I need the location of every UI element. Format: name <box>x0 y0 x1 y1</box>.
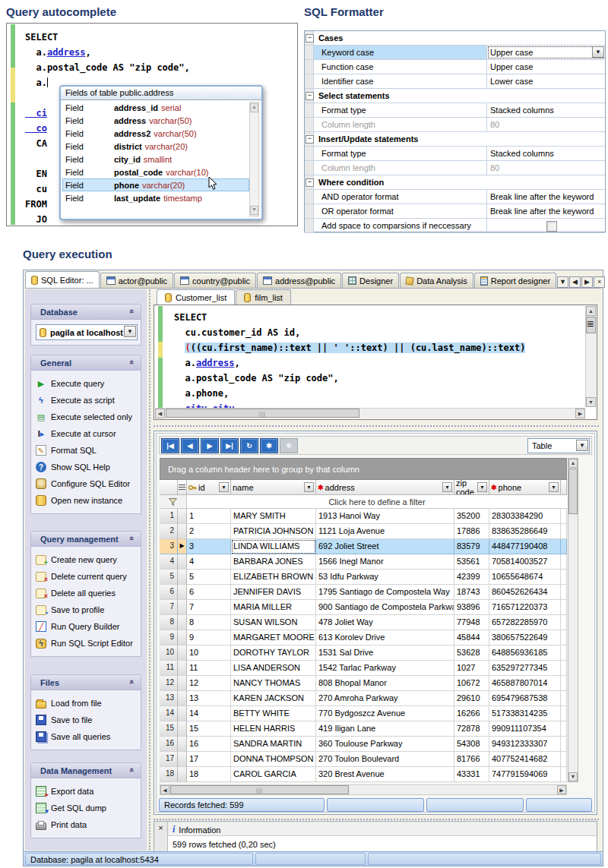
sidebar-item[interactable]: Create new query <box>36 551 138 568</box>
option-value[interactable]: Upper case ▼ <box>487 60 605 74</box>
main-tab[interactable]: SQL Editor: ... <box>25 271 100 288</box>
popup-field-row[interactable]: Field address_id serial <box>62 101 249 114</box>
cell-address[interactable]: 53 Idfu Parkway <box>316 570 454 585</box>
formatter-row[interactable]: Identifier case Lower case ▼ <box>305 74 605 89</box>
cell-name[interactable]: MARGARET MOORE <box>231 630 316 645</box>
option-value[interactable]: Break line after the keyword ▼ <box>487 204 605 218</box>
cell-zip[interactable]: 53561 <box>454 554 489 570</box>
row-number[interactable]: 11 <box>160 661 178 676</box>
cell-name[interactable]: SANDRA MARTIN <box>231 737 316 752</box>
cell-phone[interactable]: 10655648674 <box>489 570 561 585</box>
table-row[interactable]: 10 10 DOROTHY TAYLOR 1531 Sal Drive 5362… <box>160 645 567 661</box>
cell-address[interactable]: 1913 Hanoi Way <box>316 509 454 524</box>
cell-id[interactable]: 13 <box>187 691 231 706</box>
formatter-row[interactable]: Where condition ▼ <box>305 175 605 190</box>
row-number[interactable]: 18 <box>160 767 178 782</box>
popup-field-row[interactable]: Field postal_code varchar(10) <box>62 166 249 178</box>
collapse-chevron-icon[interactable]: « <box>128 309 137 314</box>
popup-field-row[interactable]: Field address2 varchar(50) <box>62 127 249 140</box>
cell-address[interactable]: 1566 Inegl Manor <box>316 554 454 570</box>
cell-id[interactable]: 5 <box>187 570 231 585</box>
formatter-row[interactable]: Column length 80 ▼ <box>305 118 605 132</box>
collapse-chevron-icon[interactable]: « <box>128 768 137 772</box>
formatter-row[interactable]: Keyword case Upper case ▼ <box>305 46 605 60</box>
address-link[interactable]: address <box>47 47 86 58</box>
main-tab[interactable]: country@public <box>174 273 256 288</box>
cell-name[interactable]: LISA ANDERSON <box>231 661 316 676</box>
cell-name[interactable]: CAROL GARCIA <box>231 767 316 782</box>
column-header[interactable]: ✱ phone ▼ <box>489 480 561 495</box>
main-tab[interactable]: actor@public <box>100 273 173 288</box>
cell-phone[interactable]: 635297277345 <box>489 661 561 676</box>
scroll-down-icon[interactable]: ▼ <box>568 772 578 781</box>
cell-zip[interactable]: 53628 <box>454 645 489 661</box>
cell-zip[interactable]: 54308 <box>454 737 489 752</box>
cell-id[interactable]: 14 <box>187 706 231 721</box>
scroll-right-icon[interactable]: ▶ <box>575 409 585 418</box>
table-row[interactable]: 2 2 PATRICIA JOHNSON 1121 Loja Avenue 17… <box>160 524 567 539</box>
row-number[interactable]: 2 <box>160 524 178 539</box>
cell-phone[interactable]: 695479687538 <box>489 691 561 706</box>
cell-name[interactable]: KAREN JACKSON <box>231 691 316 706</box>
row-number[interactable]: 16 <box>160 737 178 752</box>
table-row[interactable]: 16 16 SANDRA MARTIN 360 Toulouse Parkway… <box>160 737 567 752</box>
cell-phone[interactable]: 657282285970 <box>489 615 561 630</box>
row-number[interactable]: 12 <box>160 676 178 691</box>
cell-phone[interactable]: 949312333307 <box>489 737 561 752</box>
cell-address[interactable]: 1795 Santiago de Compostela Way <box>316 585 454 600</box>
cell-zip[interactable]: 18743 <box>454 585 489 600</box>
table-row[interactable]: 9 9 MARGARET MOORE 613 Korolev Drive 458… <box>160 630 567 645</box>
sidebar-item[interactable]: Export data <box>36 783 138 800</box>
sidebar-splitter[interactable] <box>147 289 152 851</box>
cell-zip[interactable]: 35200 <box>454 509 489 524</box>
cell-phone[interactable]: 407752414682 <box>489 752 561 767</box>
main-tab[interactable]: Designer <box>342 273 399 288</box>
cell-name[interactable]: JENNIFER DAVIS <box>231 585 316 600</box>
option-value[interactable]: Lower case ▼ <box>487 74 605 88</box>
column-header[interactable]: ✱ id ▼ <box>187 480 231 495</box>
fetch-all-button[interactable]: ✱ <box>260 438 278 453</box>
cell-phone[interactable]: 448477190408 <box>489 539 561 554</box>
cell-id[interactable]: 6 <box>187 585 231 600</box>
tab-scroll-down-button[interactable]: ▼ <box>557 276 568 288</box>
collapse-chevron-icon[interactable]: « <box>128 360 137 365</box>
cell-name[interactable]: LINDA WILLIAMS <box>231 539 316 554</box>
stop-fetch-button[interactable]: ✱ <box>280 438 298 453</box>
scroll-up-icon[interactable]: ▲ <box>250 103 258 112</box>
scroll-left-icon[interactable]: ◀ <box>160 785 169 794</box>
cell-id[interactable]: 11 <box>187 661 231 676</box>
scroll-up-icon[interactable]: ▲ <box>568 459 578 468</box>
formatter-row[interactable]: Format type Stacked columns ▼ <box>305 103 605 118</box>
column-filter-dropdown-icon[interactable]: ▼ <box>477 482 487 492</box>
sidebar-item[interactable]: Run Query Builder <box>36 618 138 635</box>
row-number[interactable]: 6 <box>160 585 178 600</box>
formatter-row[interactable]: Add space to comparsions if neccessary ▼ <box>305 219 605 233</box>
row-number[interactable]: 9 <box>160 630 178 645</box>
database-select[interactable]: pagila at localhost ▼ <box>36 324 138 340</box>
cell-phone[interactable]: 380657522649 <box>489 630 561 645</box>
cell-phone[interactable]: 990911107354 <box>489 721 561 737</box>
cell-name[interactable]: DONNA THOMPSON <box>231 752 316 767</box>
sidebar-item[interactable]: Execute selected only <box>36 409 138 425</box>
tab-scroll-right-button[interactable]: ▶ <box>581 276 593 288</box>
editor-results-splitter[interactable] <box>152 423 600 429</box>
refresh-button[interactable]: ↻ <box>240 438 258 453</box>
address-link[interactable]: address <box>196 358 235 368</box>
grid-filter-row[interactable]: Click here to define a filter <box>160 495 567 509</box>
cell-phone[interactable]: 648856936185 <box>489 645 561 661</box>
sidebar-item[interactable]: Run SQL Script Editor <box>36 635 138 652</box>
formatter-row[interactable]: AND operator format Break line after the… <box>305 190 605 204</box>
general-panel-header[interactable]: General« <box>31 355 141 371</box>
option-value[interactable]: 80 ▼ <box>487 161 605 175</box>
cell-id[interactable]: 18 <box>187 767 231 782</box>
cell-address[interactable]: 770 Bydgoszcz Avenue <box>316 706 454 721</box>
cell-id[interactable]: 10 <box>187 645 231 661</box>
cell-zip[interactable]: 10672 <box>454 676 489 691</box>
data-management-panel-header[interactable]: Data Management« <box>31 763 141 778</box>
main-tab[interactable]: address@public <box>257 273 341 288</box>
cell-address[interactable]: 360 Toulouse Parkway <box>316 737 454 752</box>
sidebar-item[interactable]: Configure SQL Editor <box>36 475 138 492</box>
cell-id[interactable]: 4 <box>187 554 231 570</box>
table-row[interactable]: 6 6 JENNIFER DAVIS 1795 Santiago de Comp… <box>160 585 567 600</box>
sidebar-item[interactable]: Execute query <box>36 375 138 392</box>
